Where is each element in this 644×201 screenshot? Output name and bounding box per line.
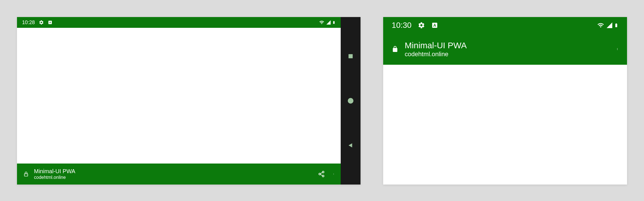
battery-icon bbox=[614, 21, 619, 29]
svg-line-7 bbox=[321, 173, 323, 174]
gear-icon bbox=[418, 22, 425, 29]
app-bar: Minimal-UI PWA codehtml.online bbox=[383, 34, 627, 65]
svg-point-8 bbox=[334, 173, 334, 174]
nav-overview-icon[interactable] bbox=[347, 53, 354, 59]
battery-icon bbox=[332, 20, 336, 25]
nav-back-icon[interactable] bbox=[347, 142, 354, 148]
device-portrait-frame: 10:30 A Minimal-UI bbox=[383, 17, 627, 185]
svg-text:A: A bbox=[49, 21, 51, 24]
wifi-icon bbox=[319, 20, 325, 25]
svg-text:A: A bbox=[433, 23, 436, 28]
status-time: 10:30 bbox=[392, 21, 411, 30]
status-bar-right bbox=[596, 21, 619, 29]
more-vert-icon[interactable] bbox=[616, 45, 619, 53]
notification-a-icon: A bbox=[48, 20, 52, 25]
svg-rect-2 bbox=[24, 174, 28, 176]
svg-point-16 bbox=[617, 49, 618, 49]
app-bar-left: Minimal-UI PWA codehtml.online bbox=[23, 168, 75, 180]
content-area bbox=[17, 28, 341, 164]
status-time: 10:28 bbox=[22, 20, 35, 26]
more-vert-icon[interactable] bbox=[333, 171, 334, 177]
svg-point-10 bbox=[334, 174, 334, 175]
svg-point-15 bbox=[617, 48, 618, 49]
app-info: Minimal-UI PWA codehtml.online bbox=[34, 168, 75, 180]
app-url: codehtml.online bbox=[405, 51, 467, 58]
app-bar-right bbox=[318, 171, 334, 177]
cellular-signal-icon bbox=[606, 22, 613, 29]
device-landscape-frame: 10:28 A bbox=[17, 17, 361, 185]
app-bar: Minimal-UI PWA codehtml.online bbox=[17, 164, 341, 185]
svg-point-17 bbox=[617, 50, 618, 50]
app-bar-right bbox=[616, 45, 619, 53]
status-bar-left: 10:30 A bbox=[392, 21, 438, 30]
status-bar: 10:28 A bbox=[17, 17, 341, 28]
status-bar-right bbox=[319, 20, 336, 25]
lock-icon bbox=[392, 45, 398, 53]
app-title: Minimal-UI PWA bbox=[34, 168, 75, 175]
svg-point-9 bbox=[334, 174, 334, 174]
content-area bbox=[383, 65, 627, 185]
svg-rect-11 bbox=[349, 54, 353, 58]
wifi-icon bbox=[596, 22, 605, 29]
app-info: Minimal-UI PWA codehtml.online bbox=[405, 40, 467, 58]
lock-icon bbox=[23, 171, 29, 177]
svg-point-12 bbox=[348, 98, 353, 104]
share-icon[interactable] bbox=[318, 171, 325, 177]
app-url: codehtml.online bbox=[34, 175, 75, 180]
status-bar: 10:30 A bbox=[383, 17, 627, 34]
nav-home-icon[interactable] bbox=[347, 97, 354, 104]
notification-a-icon: A bbox=[431, 22, 438, 29]
cellular-signal-icon bbox=[326, 20, 331, 25]
svg-point-5 bbox=[322, 175, 324, 177]
landscape-main-column: 10:28 A bbox=[17, 17, 341, 185]
gear-icon bbox=[39, 20, 44, 25]
system-nav-bar bbox=[341, 17, 361, 185]
svg-line-6 bbox=[321, 175, 323, 176]
app-title: Minimal-UI PWA bbox=[405, 40, 467, 51]
app-bar-left: Minimal-UI PWA codehtml.online bbox=[392, 40, 467, 58]
svg-point-4 bbox=[319, 173, 321, 175]
status-bar-left: 10:28 A bbox=[22, 20, 52, 26]
svg-point-3 bbox=[322, 171, 324, 173]
